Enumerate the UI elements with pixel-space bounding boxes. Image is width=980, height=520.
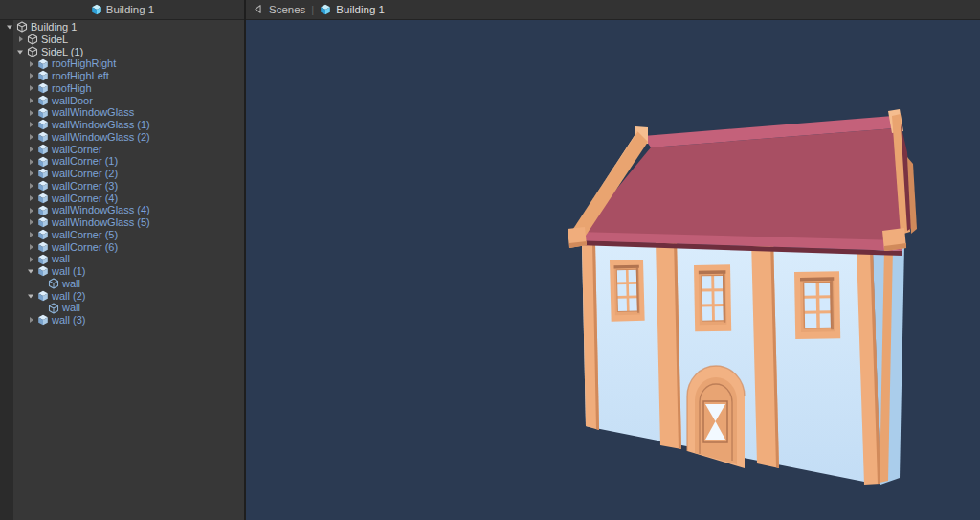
hierarchy-row[interactable]: wallWindowGlass (1) xyxy=(0,119,245,131)
prefab-cube-icon xyxy=(91,4,102,15)
mesh-window-right[interactable] xyxy=(794,271,840,339)
disclosure-triangle[interactable] xyxy=(28,82,37,94)
hierarchy-item-label: roofHigh xyxy=(52,82,92,95)
breadcrumb-scenes[interactable]: Scenes xyxy=(269,4,305,15)
prefab-cube-icon xyxy=(37,192,49,204)
hierarchy-row[interactable]: roofHigh xyxy=(0,82,245,95)
cube-outline-icon xyxy=(16,21,28,33)
hierarchy-item-label: wall xyxy=(62,302,80,314)
scene-panel: Scenes | Building 1 xyxy=(246,0,980,520)
disclosure-triangle[interactable] xyxy=(28,241,37,253)
disclosure-triangle[interactable] xyxy=(28,131,37,143)
hierarchy-item-label: wallCorner (5) xyxy=(52,229,118,241)
hierarchy-row[interactable]: roofHighLeft xyxy=(0,70,245,82)
mesh-door[interactable] xyxy=(687,366,745,468)
mesh-roof[interactable] xyxy=(574,116,902,251)
disclosure-triangle[interactable] xyxy=(28,156,37,168)
hierarchy-row[interactable]: wall (1) xyxy=(0,265,245,278)
prefab-cube-icon xyxy=(37,58,49,70)
scene-viewport[interactable] xyxy=(246,20,980,520)
hierarchy-item-label: wallCorner (3) xyxy=(52,180,118,192)
hierarchy-row[interactable]: wallCorner (4) xyxy=(0,192,245,205)
hierarchy-row[interactable]: wallWindowGlass (4) xyxy=(0,204,245,216)
disclosure-triangle[interactable] xyxy=(17,46,27,57)
hierarchy-row[interactable]: wall (2) xyxy=(0,290,245,303)
hierarchy-row[interactable]: wallCorner (2) xyxy=(0,168,245,180)
hierarchy-item-label: wallDoor xyxy=(52,95,93,107)
disclosure-triangle[interactable] xyxy=(28,70,37,81)
hierarchy-item-label: Building 1 xyxy=(31,21,77,34)
hierarchy-row[interactable]: wallCorner (1) xyxy=(0,155,245,168)
hierarchy-item-label: wallWindowGlass (2) xyxy=(52,131,150,144)
prefab-cube-icon xyxy=(37,241,49,253)
hierarchy-item-label: wallCorner (6) xyxy=(52,241,118,254)
disclosure-triangle[interactable] xyxy=(28,95,37,106)
hierarchy-tab-label: Building 1 xyxy=(106,4,155,15)
prefab-cube-icon xyxy=(37,82,49,94)
disclosure-triangle[interactable] xyxy=(28,119,37,130)
hierarchy-row[interactable]: Building 1 xyxy=(0,21,245,34)
hierarchy-item-label: roofHighLeft xyxy=(52,70,109,82)
hierarchy-row[interactable]: roofHighRight xyxy=(0,57,245,70)
hierarchy-row[interactable]: SideL (1) xyxy=(0,46,245,58)
hierarchy-item-label: SideL xyxy=(41,34,68,46)
mesh-window-left[interactable] xyxy=(610,260,645,322)
hierarchy-row[interactable]: wallCorner (5) xyxy=(0,229,245,241)
cube-outline-blue-icon xyxy=(48,303,59,314)
roof-front-slope xyxy=(574,128,902,250)
disclosure-triangle[interactable] xyxy=(28,192,37,204)
disclosure-triangle xyxy=(38,278,48,289)
disclosure-triangle[interactable] xyxy=(28,229,37,240)
prefab-cube-icon xyxy=(37,216,49,228)
disclosure-triangle[interactable] xyxy=(28,107,37,119)
breadcrumb-prefab-name[interactable]: Building 1 xyxy=(336,4,385,15)
cube-outline-blue-icon xyxy=(48,278,59,289)
prefab-breadcrumb-bar: Scenes | Building 1 xyxy=(246,0,980,20)
mesh-window-middle[interactable] xyxy=(694,264,731,331)
prefab-cube-icon xyxy=(37,144,49,155)
disclosure-triangle[interactable] xyxy=(17,34,27,45)
hierarchy-item-label: wallCorner (2) xyxy=(52,168,118,180)
hierarchy-row[interactable]: wallCorner (6) xyxy=(0,241,245,254)
hierarchy-row[interactable]: wallCorner xyxy=(0,144,245,156)
hierarchy-row[interactable]: wallWindowGlass (5) xyxy=(0,216,245,229)
hierarchy-item-label: SideL (1) xyxy=(41,46,83,58)
hierarchy-row[interactable]: wall (3) xyxy=(0,314,245,327)
hierarchy-item-label: wallCorner xyxy=(52,144,102,156)
prefab-cube-icon xyxy=(37,95,49,106)
hierarchy-item-label: wall (2) xyxy=(52,290,85,303)
disclosure-triangle[interactable] xyxy=(28,290,37,302)
prefab-cube-icon xyxy=(37,314,49,326)
hierarchy-item-label: wall (1) xyxy=(52,265,85,278)
prefab-cube-icon xyxy=(37,229,49,240)
hierarchy-row[interactable]: wallWindowGlass xyxy=(0,106,245,119)
hierarchy-row[interactable]: wallWindowGlass (2) xyxy=(0,131,245,144)
disclosure-triangle[interactable] xyxy=(28,168,37,179)
hierarchy-row[interactable]: SideL xyxy=(0,34,245,46)
disclosure-triangle[interactable] xyxy=(28,265,37,277)
prefab-cube-icon xyxy=(37,265,49,277)
hierarchy-row[interactable]: wall xyxy=(0,278,245,290)
hierarchy-item-label: wallWindowGlass (4) xyxy=(52,204,150,216)
prefab-cube-icon xyxy=(37,254,49,265)
disclosure-triangle[interactable] xyxy=(28,205,37,216)
hierarchy-row[interactable]: wallDoor xyxy=(0,95,245,107)
hierarchy-row[interactable]: wallCorner (3) xyxy=(0,180,245,192)
house-model xyxy=(246,20,980,520)
hierarchy-row[interactable]: wall xyxy=(0,302,245,314)
hierarchy-tab[interactable]: Building 1 xyxy=(0,0,245,20)
disclosure-triangle xyxy=(38,303,48,314)
disclosure-triangle[interactable] xyxy=(28,58,37,70)
hierarchy-item-label: wall xyxy=(62,278,80,290)
disclosure-triangle[interactable] xyxy=(28,216,37,228)
disclosure-triangle[interactable] xyxy=(28,144,37,155)
disclosure-triangle[interactable] xyxy=(28,314,37,326)
disclosure-triangle[interactable] xyxy=(28,254,37,265)
prefab-cube-icon xyxy=(37,70,49,81)
prefab-cube-icon xyxy=(320,4,331,15)
prefab-cube-icon xyxy=(37,290,49,302)
back-arrow-icon[interactable] xyxy=(253,4,264,15)
disclosure-triangle[interactable] xyxy=(28,180,37,192)
disclosure-triangle[interactable] xyxy=(7,21,16,33)
hierarchy-row[interactable]: wall xyxy=(0,253,245,265)
